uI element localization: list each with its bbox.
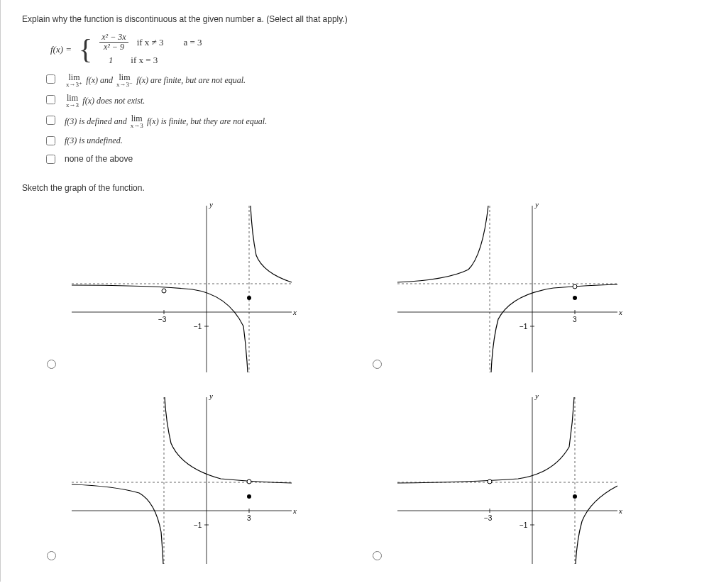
option-1-checkbox[interactable] [46, 74, 55, 84]
option-4-checkbox[interactable] [46, 136, 55, 145]
svg-text:y: y [534, 200, 539, 209]
a-value: a = 3 [183, 37, 202, 48]
fn-cond1: if x ≠ 3 [137, 37, 164, 48]
option-5: none of the above [43, 153, 688, 166]
option-3-pre: f(3) is defined and [65, 116, 129, 126]
svg-text:3: 3 [573, 316, 577, 323]
lim-subscript: x→3 [131, 123, 143, 129]
limit-icon: lim x→3 [66, 94, 79, 109]
svg-point-47 [573, 494, 577, 499]
limit-icon: lim x→3⁻ [116, 73, 133, 88]
lim-subscript: x→3⁺ [66, 82, 82, 88]
option-1-text: f(x) are finite, but are not equal. [136, 75, 246, 85]
graph-a-radio[interactable] [47, 360, 56, 369]
svg-text:−3: −3 [484, 514, 493, 522]
graph-a: x y −3 −1 [65, 199, 362, 376]
option-2: lim x→3 f(x) does not exist. [43, 94, 688, 109]
svg-point-46 [488, 479, 492, 484]
question-prompt: Explain why the function is discontinuou… [22, 14, 688, 24]
svg-text:y: y [534, 392, 539, 400]
lim-subscript: x→3 [66, 102, 79, 109]
answer-options: lim x→3⁺ f(x) and lim x→3⁻ f(x) are fini… [43, 73, 688, 166]
svg-point-10 [162, 289, 166, 293]
svg-point-11 [247, 296, 251, 300]
fn-lhs: f(x) = [50, 44, 72, 55]
graph-c: x y 3 −1 [65, 390, 362, 567]
limit-icon: lim x→3 [131, 114, 143, 129]
option-1: lim x→3⁺ f(x) and lim x→3⁻ f(x) are fini… [43, 73, 688, 88]
svg-text:y: y [209, 200, 213, 209]
svg-text:y: y [209, 392, 213, 400]
option-4: f(3) is undefined. [43, 135, 688, 148]
svg-text:−1: −1 [194, 323, 202, 331]
option-3-text: f(x) is finite, but they are not equal. [147, 116, 267, 126]
option-5-text: none of the above [65, 153, 133, 165]
svg-text:3: 3 [247, 514, 251, 522]
option-2-checkbox[interactable] [46, 95, 55, 104]
option-4-text: f(3) is undefined. [65, 135, 123, 147]
option-2-text: f(x) does not exist. [82, 96, 145, 106]
svg-point-23 [573, 296, 577, 300]
sketch-prompt: Sketch the graph of the function. [22, 183, 688, 193]
graph-c-radio[interactable] [47, 551, 56, 560]
svg-point-35 [247, 494, 251, 499]
svg-point-22 [573, 284, 577, 289]
limit-icon: lim x→3⁺ [66, 73, 82, 88]
fn-val2: 1 [99, 55, 122, 66]
svg-text:−1: −1 [520, 323, 528, 331]
graph-b-radio[interactable] [373, 360, 382, 369]
svg-text:−1: −1 [520, 521, 528, 529]
graph-d-radio[interactable] [373, 551, 382, 560]
function-definition: f(x) = { x² − 3x x² − 9 if x ≠ 3 a = 3 1… [50, 33, 688, 66]
svg-text:x: x [618, 506, 622, 515]
left-brace-icon: { [79, 35, 92, 64]
svg-text:x: x [292, 308, 297, 316]
option-3: f(3) is defined and lim x→3 f(x) is fini… [43, 114, 688, 129]
frac-denominator: x² − 9 [101, 43, 126, 52]
option-1-mid: f(x) and [86, 75, 115, 85]
fn-cond2: if x = 3 [131, 55, 158, 66]
graph-d: x y −3 −1 [390, 390, 688, 567]
graph-options: x y −3 −1 x y 3 −1 [36, 199, 688, 567]
svg-text:−3: −3 [158, 316, 167, 323]
svg-text:x: x [292, 506, 297, 515]
svg-point-34 [247, 479, 251, 484]
svg-text:x: x [618, 308, 622, 316]
graph-b: x y 3 −1 [390, 199, 688, 376]
option-3-checkbox[interactable] [46, 116, 55, 125]
lim-subscript: x→3⁻ [116, 82, 133, 88]
frac-numerator: x² − 3x [99, 33, 128, 43]
option-5-checkbox[interactable] [46, 155, 55, 164]
fn-fraction: x² − 3x x² − 9 [99, 33, 128, 52]
svg-text:−1: −1 [194, 521, 202, 529]
